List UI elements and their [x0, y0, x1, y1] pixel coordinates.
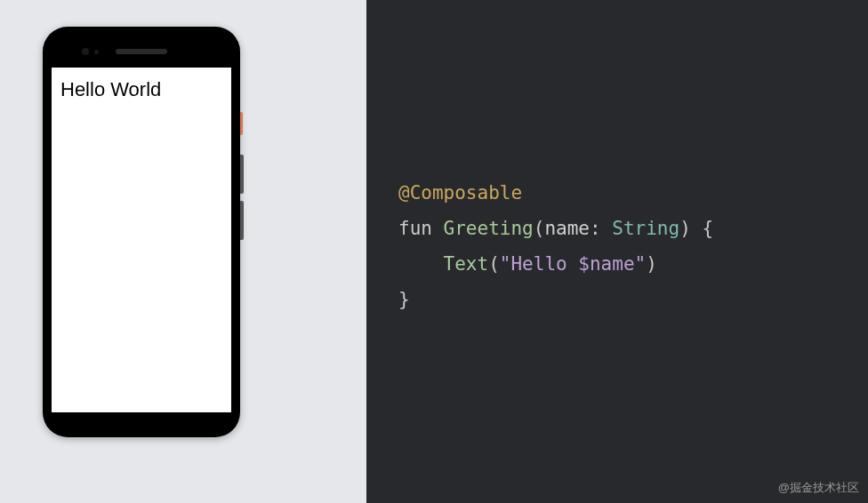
- paren-close-brace: ) {: [679, 218, 713, 239]
- volume-up-button: [240, 155, 244, 194]
- param-name: name: [544, 218, 590, 239]
- indent: [398, 253, 444, 275]
- phone-screen: Hello World: [52, 68, 231, 412]
- watermark: @掘金技术社区: [778, 480, 859, 496]
- front-camera-icon: [82, 48, 89, 55]
- paren-open: (: [534, 218, 545, 239]
- phone-top-bezel: [52, 36, 231, 68]
- string-literal: "Hello $name": [500, 253, 646, 275]
- code-line-3: Text("Hello $name"): [398, 247, 840, 283]
- call-name: Text: [444, 253, 489, 275]
- type-name: String: [612, 218, 679, 239]
- phone-bottom-bezel: [52, 412, 231, 437]
- brace-close: }: [398, 289, 410, 310]
- code-line-4: }: [398, 283, 840, 318]
- volume-down-button: [240, 201, 244, 240]
- function-name: Greeting: [444, 218, 534, 239]
- power-button: [240, 112, 243, 135]
- keyword-fun: fun: [398, 218, 444, 239]
- code-line-2: fun Greeting(name: String) {: [398, 212, 840, 247]
- call-open: (: [488, 253, 500, 275]
- call-close: ): [646, 253, 657, 275]
- speaker-grill-icon: [116, 49, 167, 54]
- screen-text: Hello World: [60, 78, 222, 101]
- phone-mockup: Hello World: [43, 27, 240, 437]
- colon: :: [590, 218, 612, 239]
- code-line-1: @Composable: [398, 176, 840, 212]
- code-panel: @Composable fun Greeting(name: String) {…: [366, 0, 868, 503]
- annotation: @Composable: [398, 182, 522, 204]
- sensor-icon: [94, 50, 99, 54]
